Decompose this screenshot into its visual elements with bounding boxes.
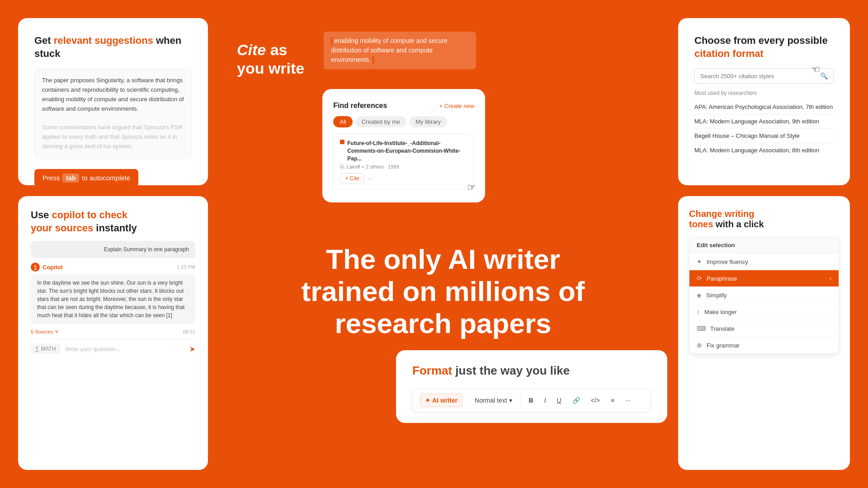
citation-item-3[interactable]: Begell House – Chicago Manual of Style xyxy=(694,129,834,143)
citation-item-1[interactable]: APA: American Psychological Association,… xyxy=(694,100,834,114)
normal-text-btn[interactable]: Normal text ▾ xyxy=(470,394,517,407)
paraphrase-item[interactable]: ⟳ Paraphrase › Select a tone Academic Fr… xyxy=(689,270,839,287)
chevron-down-icon: ∨ xyxy=(55,328,58,334)
ref-title-text: Future-of-Life-Institute-_-Additional-Co… xyxy=(347,140,467,162)
edit-panel: Edit selection ✦ Improve fluency ⟳ Parap… xyxy=(689,237,839,354)
code-btn[interactable]: </> xyxy=(586,394,604,407)
fix-grammar-label: Fix grammar xyxy=(707,342,740,349)
simplify-item[interactable]: ◈ Simplify xyxy=(689,287,839,304)
link-btn[interactable]: 🔗 xyxy=(568,394,585,407)
tones-title-end: with a click xyxy=(713,219,764,229)
simplify-label: Simplify xyxy=(706,292,727,299)
normal-text-label: Normal text xyxy=(475,397,507,404)
copilot-card: Use copilot to check your sources instan… xyxy=(18,196,208,470)
list-btn[interactable]: ≡ xyxy=(606,394,619,407)
tab-my-library[interactable]: My library xyxy=(409,116,447,127)
cite-panel: Find references + Create new All Created… xyxy=(322,89,485,202)
find-refs-header: Find references + Create new xyxy=(333,102,474,110)
citation-item-2[interactable]: MLA: Modern Language Association, 9th ed… xyxy=(694,114,834,129)
cursor xyxy=(331,37,332,45)
star-icon: ✦ xyxy=(425,397,430,404)
citation-section-title: Most used by researchers xyxy=(694,90,834,96)
citation-item-3-label: Begell House – Chicago Manual of Style xyxy=(694,132,800,139)
improve-fluency-item[interactable]: ✦ Improve fluency xyxy=(689,253,839,270)
chat-input-placeholder[interactable]: Write your question... xyxy=(61,346,189,352)
tones-orange2: tones xyxy=(689,219,713,229)
hero-text-section: The only AI writer trained on millions o… xyxy=(219,196,667,470)
link-icon: 🔗 xyxy=(572,397,580,404)
suggestions-title-plain: Get xyxy=(34,35,54,46)
sigma-icon: ∑ xyxy=(35,346,39,352)
edit-panel-header: Edit selection xyxy=(689,237,839,253)
ai-writer-btn[interactable]: ✦ AI writer xyxy=(420,394,462,407)
citation-search-input[interactable] xyxy=(700,73,816,80)
paraphrase-label: Paraphrase xyxy=(707,275,737,282)
math-tag[interactable]: ∑ MATH xyxy=(31,344,61,354)
editor-ghost-text: Some commentators have argued that Spino… xyxy=(42,123,184,151)
copilot-title-plain: Use xyxy=(31,209,52,221)
chat-footer: 6 Sources ∨ 08:31 xyxy=(31,328,195,334)
paraphrase-chevron: › xyxy=(830,275,831,282)
autocomplete-bar: Press tab to autocomplete xyxy=(34,169,138,185)
simplify-icon: ◈ xyxy=(697,291,702,299)
suggestions-title: Get relevant suggestions when stuck xyxy=(34,34,192,60)
make-longer-item[interactable]: ↕ Make longer xyxy=(689,304,839,320)
ref-item: Future-of-Life-Institute-_-Additional-Co… xyxy=(333,134,474,190)
copilot-response-header: ∑ Copilot 1:25 PM xyxy=(31,263,195,272)
ref-icon xyxy=(340,140,344,144)
hero-line2: trained on millions of xyxy=(302,275,585,307)
sources-label: 6 Sources xyxy=(31,329,53,334)
cite-button[interactable]: + Cite xyxy=(340,173,364,184)
more-btn-toolbar[interactable]: ··· xyxy=(621,394,635,407)
cite-left-panel: Cite as you write xyxy=(219,18,322,100)
italic-btn[interactable]: I xyxy=(540,394,551,407)
create-new-btn[interactable]: + Create new xyxy=(439,103,475,109)
search-icon: 🔍 xyxy=(820,72,828,80)
citation-item-4[interactable]: MLA: Modern Language Association, 8th ed… xyxy=(694,143,834,157)
copilot-name: ∑ Copilot xyxy=(31,263,63,272)
cursor-hand-cite: ☞ xyxy=(811,64,820,75)
citation-item-2-label: MLA: Modern Language Association, 9th ed… xyxy=(694,118,819,125)
chat-timestamp: 1:25 PM xyxy=(177,264,195,270)
chat-time: 08:31 xyxy=(183,329,195,334)
copilot-title-line2-end: instantly xyxy=(93,222,137,234)
chat-input-row: ∑ MATH Write your question... ➤ xyxy=(31,339,195,354)
more-btn[interactable]: ··· xyxy=(368,175,373,182)
citation-list: APA: American Psychological Association,… xyxy=(694,100,834,157)
cite-as: as xyxy=(270,41,288,58)
chevron-down-icon-toolbar: ▾ xyxy=(509,397,512,404)
suggestions-card: Get relevant suggestions when stuck The … xyxy=(18,18,208,185)
tab-all[interactable]: All xyxy=(333,116,352,127)
format-card: Format just the way you like ✦ AI writer… xyxy=(396,350,667,423)
copilot-title-line2-highlight: your sources xyxy=(31,222,93,234)
toolbar: ✦ AI writer Normal text ▾ B I U 🔗 </> ≡ … xyxy=(412,389,651,412)
paraphrase-icon: ⟳ xyxy=(697,275,702,282)
translate-icon: ⌨ xyxy=(697,325,706,332)
cite-card: Cite as you write enabling mobility of c… xyxy=(219,18,667,185)
send-button[interactable]: ➤ xyxy=(189,345,195,353)
tab-created-by-me[interactable]: Created by me xyxy=(355,116,406,127)
format-title-end: just the way you like xyxy=(452,364,570,377)
tones-title-block: Change writing tones with a click xyxy=(689,209,839,230)
citation-title-highlight: citation format xyxy=(694,48,764,59)
fix-grammar-item[interactable]: ⊕ Fix grammar xyxy=(689,337,839,353)
hero-line3: research papers xyxy=(302,307,585,339)
underline-btn[interactable]: U xyxy=(552,394,566,407)
copilot-logo: ∑ xyxy=(31,263,40,272)
tones-title-highlight: Change writing xyxy=(689,209,754,219)
cite-highlighted-text: enabling mobility of compute and secure … xyxy=(322,32,476,69)
make-longer-icon: ↕ xyxy=(697,308,700,315)
bold-btn[interactable]: B xyxy=(524,394,538,407)
ref-meta: G. Lakoff + 2 others · 1999 xyxy=(340,164,467,169)
cite-title-block: Cite as you write xyxy=(237,41,304,78)
translate-item[interactable]: ⌨ Translate xyxy=(689,320,839,337)
citation-item-4-label: MLA: Modern Language Association, 8th ed… xyxy=(694,147,819,154)
editor-mock[interactable]: The paper proposes Singularity, a softwa… xyxy=(34,68,192,159)
user-query-text: Explain Summary in one paragraph xyxy=(104,246,189,253)
cursor-end xyxy=(373,56,374,64)
sources-tag[interactable]: 6 Sources ∨ xyxy=(31,328,58,334)
user-query-bubble: Explain Summary in one paragraph xyxy=(31,241,195,258)
toolbar-divider-1 xyxy=(466,395,467,405)
press-label: Press xyxy=(42,174,60,182)
tab-row: All Created by me My library xyxy=(333,116,474,127)
